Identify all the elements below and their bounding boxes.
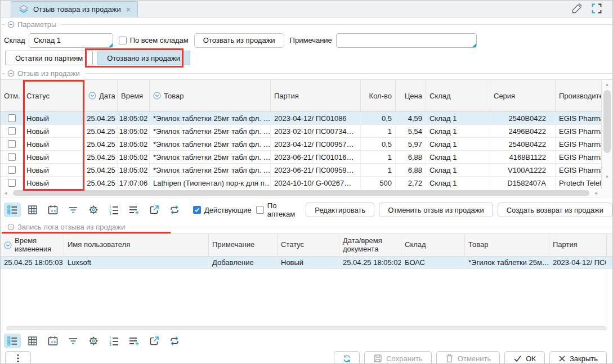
cell-status: Новый [23,177,85,189]
col-status[interactable]: Статус [23,80,85,111]
tab-recalled-from-sale[interactable]: Отозвано из продажи [97,51,190,65]
scrollbar-thumb[interactable] [6,326,607,330]
warehouse-combo[interactable] [29,33,113,48]
numbered-list-button[interactable]: 123 [105,334,122,348]
vertical-scrollbar[interactable]: ▲ ▼ [601,80,612,190]
reload-button[interactable] [166,334,183,348]
table-row[interactable]: Новый 25.04.25 18:05:02 *Эгилок таблетки… [1,138,602,151]
document-tab[interactable]: Отзыв товара из продажи × [11,1,138,17]
add-rows-button[interactable] [126,334,142,348]
edit-button[interactable]: Редактировать [306,203,374,217]
table-row[interactable]: Новый 25.04.25 18:05:02 *Эгилок таблетки… [1,112,602,125]
table-row[interactable]: Новый 25.04.25 18:05:02 *Эгилок таблетки… [1,151,602,164]
cell-date: 25.04.25 [85,138,118,150]
cell-batch: 2023-04-12/ ПС0 [549,257,607,268]
checkbox-unchecked-icon[interactable] [119,37,127,44]
save-button[interactable]: Сохранить [364,351,432,364]
checkbox-checked-icon[interactable] [193,206,201,214]
col-note[interactable]: Примечание [209,234,278,256]
table-row[interactable]: Новый 25.04.25 18:05:02 *Эгилок таблетки… [1,164,602,177]
cell-status: Новый [23,151,85,163]
scrollbar-thumb[interactable] [603,90,611,153]
note-field[interactable] [336,33,477,48]
grid-view-button[interactable] [24,203,41,217]
scrollbar-thumb[interactable] [13,190,589,196]
reload-icon [169,335,180,347]
edit-pencil-icon[interactable] [571,2,583,15]
col-mark[interactable]: Отм. [1,80,23,111]
settings-button[interactable] [85,203,102,217]
collapse-icon[interactable] [7,21,15,28]
active-checkbox[interactable]: Действующие [193,206,252,214]
collapse-icon[interactable] [7,70,15,77]
row-checkbox[interactable] [8,140,16,148]
col-manufacturer[interactable]: Производитель [556,80,602,111]
calendar-button[interactable] [44,334,61,348]
cell-batch: 2023-06-21/ ПС01016… [271,151,361,163]
scroll-down-icon[interactable]: ▼ [602,174,612,179]
collapse-icon[interactable] [7,223,15,231]
add-rows-button[interactable] [126,203,142,217]
tab-stock-by-batches[interactable]: Остатки по партиям [5,51,93,65]
checkbox-unchecked-icon[interactable] [256,206,264,214]
col-doc-datetime[interactable]: Дата/время документа [339,234,401,256]
table-row[interactable]: Новый 25.04.25 18:05:02 *Эгилок таблетки… [1,125,602,138]
log-horizontal-scrollbar[interactable] [1,326,612,331]
refresh-button[interactable] [334,351,360,364]
scroll-right-icon[interactable]: ► [594,191,599,196]
col-qty[interactable]: Кол-во [361,80,396,111]
col-status[interactable]: Статус [278,234,339,256]
close-button[interactable]: Закрыть [549,351,607,364]
by-pharmacies-checkbox[interactable]: По аптекам [256,201,302,218]
col-user-name[interactable]: Имя пользователя [64,234,209,256]
log-row[interactable]: 25.04.25 18:05:03 Luxsoft Добавление Нов… [1,257,612,269]
table-row[interactable]: Новый 25.04.25 17:07:06 Lathipen (Тиопен… [1,177,602,190]
fullscreen-icon[interactable] [591,3,602,14]
recall-from-sale-button[interactable]: Отозвать из продажи [194,33,284,48]
row-checkbox[interactable] [8,127,16,135]
numbered-list-button[interactable]: 123 [105,203,122,217]
list-view-button[interactable] [4,203,21,217]
settings-button[interactable] [85,334,102,348]
row-checkbox[interactable] [8,153,16,161]
warehouse-input[interactable] [29,33,113,48]
filter-button[interactable] [65,334,82,348]
horizontal-scrollbar[interactable]: ◄ ► [1,189,612,197]
row-checkbox[interactable] [8,179,16,187]
column-filter-icon[interactable] [4,241,12,249]
col-batch[interactable]: Партия [549,234,607,256]
ok-button[interactable]: ОК [504,351,545,364]
scroll-left-icon[interactable]: ◄ [3,191,8,196]
row-checkbox[interactable] [8,114,16,122]
calendar-button[interactable] [44,203,61,217]
reload-button[interactable] [166,203,183,217]
tab-close-icon[interactable]: × [126,5,131,14]
list-view-button[interactable] [4,334,21,348]
menu-button[interactable] [5,351,31,364]
col-price[interactable]: Цена [396,80,426,111]
cancel-recall-button[interactable]: Отменить отзыв из продажи [379,203,493,217]
all-warehouses-checkbox[interactable]: По всем складам [119,36,189,44]
col-warehouse[interactable]: Склад [426,80,490,111]
col-date[interactable]: Дата [85,80,118,111]
col-time[interactable]: Время [118,80,150,111]
filter-button[interactable] [65,203,82,217]
col-series[interactable]: Серия [490,80,556,111]
grid-view-button[interactable] [24,334,41,348]
column-filter-icon[interactable] [88,92,96,100]
column-filter-icon[interactable] [153,92,161,100]
scroll-up-icon[interactable]: ▲ [602,82,612,87]
create-return-button[interactable]: Создать возврат из продажи [498,203,612,217]
row-checkbox[interactable] [8,166,16,174]
vertical-scrollbar[interactable] [607,234,612,325]
col-batch[interactable]: Партия [271,80,361,111]
open-external-button[interactable] [146,203,163,217]
col-change-time[interactable]: Время изменения [1,234,64,256]
recall-section-header: Отзыв из продажи [1,69,612,78]
col-warehouse[interactable]: Склад [401,234,465,256]
cancel-button[interactable]: Отменить [436,351,500,364]
col-product[interactable]: Товар [465,234,549,256]
open-external-button[interactable] [146,334,163,348]
note-input[interactable] [336,33,477,48]
col-product[interactable]: Товар [150,80,271,111]
